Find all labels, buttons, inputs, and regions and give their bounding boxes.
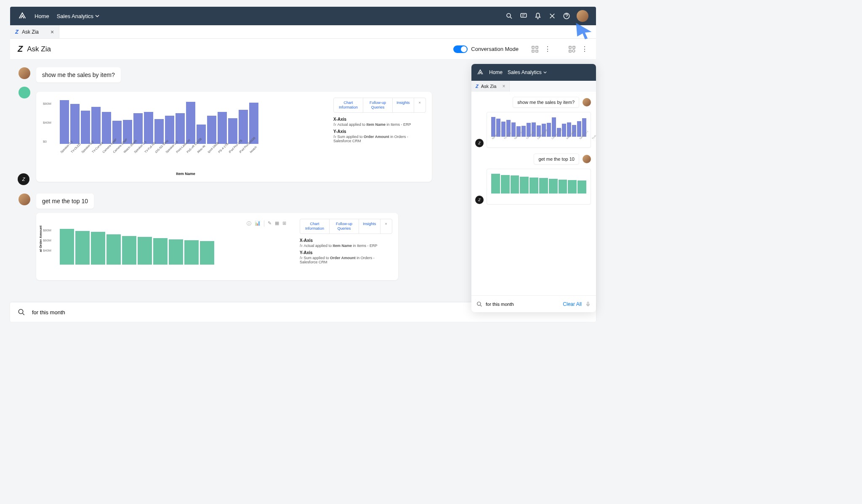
nav-sales-analytics[interactable]: Sales Analytics xyxy=(57,13,99,19)
chart-card-2: ⓘ 📊 ✎ ▦ ⊞ al Order Amount $80M $60M $40M… xyxy=(36,213,398,280)
bar xyxy=(176,113,185,144)
chart-1: $80M $40M $0 Speaker-7.2TV-OLEDSpeaker-5… xyxy=(36,98,328,176)
bar xyxy=(186,102,195,144)
x-axis-label: X-Axis xyxy=(333,117,426,122)
svg-point-10 xyxy=(572,50,575,52)
zia-badge-icon: Z xyxy=(18,173,29,185)
zia-avatar xyxy=(19,87,30,98)
mini-nav-home[interactable]: Home xyxy=(489,69,503,75)
conversation-mode-label: Conversation Mode xyxy=(471,46,519,52)
nav-sales-label: Sales Analytics xyxy=(57,13,93,19)
mini-tab-ask-zia[interactable]: Z Ask Zia × xyxy=(471,81,510,92)
conversation-mode-toggle[interactable] xyxy=(453,45,468,53)
app-logo-icon xyxy=(476,69,484,76)
info-icon[interactable]: ⓘ xyxy=(247,220,251,227)
top-nav: Home Sales Analytics xyxy=(10,7,596,25)
side-tab-chart-info[interactable]: Chart Information xyxy=(334,98,363,112)
zia-icon: Z xyxy=(15,29,19,35)
grid-icon[interactable] xyxy=(531,45,539,53)
mini-search-input[interactable] xyxy=(486,302,559,307)
mic-icon[interactable] xyxy=(585,301,591,307)
chevron-down-icon xyxy=(95,14,99,18)
edit-icon[interactable]: ✎ xyxy=(268,220,271,227)
side-panel-close-icon[interactable]: × xyxy=(414,98,426,112)
x-axis-desc: fx Actual applied to Item Name in Items … xyxy=(333,122,426,127)
search-icon xyxy=(476,301,482,307)
mini-chart-1: Z Speaker-7.2TV-OLEDSpeaker-5.2TV-Curved… xyxy=(487,112,591,148)
svg-rect-9 xyxy=(569,50,571,52)
bar xyxy=(200,241,214,265)
zia-badge-icon: Z xyxy=(475,139,484,147)
chat-icon[interactable] xyxy=(519,12,528,20)
user-avatar-small xyxy=(19,194,30,205)
grid-view-icon[interactable]: ⊞ xyxy=(282,220,286,227)
bell-icon[interactable] xyxy=(534,12,542,20)
side-tab-insights[interactable]: Insights xyxy=(359,219,380,233)
mini-body: show me the sales by item? Z Speaker-7.2… xyxy=(471,92,596,295)
more-icon[interactable]: ⋮ xyxy=(544,45,551,53)
ytick: $60M xyxy=(43,239,51,242)
side-tab-followup[interactable]: Follow-up Queries xyxy=(330,219,359,233)
x-axis-desc: fx Actual applied to Item Name in Items … xyxy=(300,244,392,248)
mini-chart-2: Z xyxy=(487,169,591,204)
bar xyxy=(106,234,121,265)
ytick: $40M xyxy=(43,121,51,125)
tab-bar: Z Ask Zia × xyxy=(10,25,596,39)
image-icon[interactable]: ▦ xyxy=(275,220,279,227)
chart-2: ⓘ 📊 ✎ ▦ ⊞ al Order Amount $80M $60M $40M xyxy=(36,219,295,274)
more-icon-2[interactable]: ⋮ xyxy=(581,45,588,53)
bar xyxy=(184,240,199,265)
mini-tab-close-icon[interactable]: × xyxy=(502,83,505,89)
chevron-down-icon xyxy=(543,71,547,74)
chart-toolbar: ⓘ 📊 ✎ ▦ ⊞ xyxy=(43,219,295,227)
svg-rect-13 xyxy=(587,302,589,305)
app-logo-icon xyxy=(18,11,27,21)
zia-icon: Z xyxy=(476,84,479,89)
bar xyxy=(102,112,111,144)
y-axis-desc: fx Sum applied to Order Amount in Orders… xyxy=(300,256,392,264)
tab-close-icon[interactable]: × xyxy=(51,29,54,35)
page-title-text: Ask Zia xyxy=(27,45,51,53)
side-tab-followup[interactable]: Follow-up Queries xyxy=(363,98,393,112)
message-bubble: get me the top 10 xyxy=(36,194,94,209)
user-avatar-small xyxy=(583,98,591,106)
ytick: $80M xyxy=(43,228,51,232)
bar xyxy=(218,112,227,144)
chart-side-panel: Chart Information Follow-up Queries Insi… xyxy=(300,219,392,274)
tab-ask-zia[interactable]: Z Ask Zia × xyxy=(10,25,59,38)
mini-tab-bar: Z Ask Zia × xyxy=(471,81,596,92)
svg-point-11 xyxy=(19,309,23,314)
nav-home[interactable]: Home xyxy=(35,13,49,19)
user-avatar[interactable] xyxy=(577,10,588,22)
svg-rect-5 xyxy=(532,50,534,52)
tools-icon[interactable] xyxy=(548,12,556,20)
bar xyxy=(154,119,164,144)
help-icon[interactable] xyxy=(562,12,571,20)
bar xyxy=(75,231,90,265)
search-icon xyxy=(18,308,25,316)
svg-rect-3 xyxy=(532,46,534,48)
mini-nav: Home Sales Analytics xyxy=(471,64,596,81)
side-tab-insights[interactable]: Insights xyxy=(393,98,414,112)
bar xyxy=(60,229,74,265)
zia-icon: Z xyxy=(18,44,23,54)
cursor-arrow-icon xyxy=(574,21,593,40)
grid-settings-icon[interactable] xyxy=(568,45,576,53)
side-tab-chart-info[interactable]: Chart Information xyxy=(300,219,330,233)
svg-rect-6 xyxy=(536,50,538,52)
svg-rect-4 xyxy=(536,46,538,48)
page-header: Z Ask Zia Conversation Mode ⋮ ⋮ xyxy=(10,39,596,60)
mini-tab-label: Ask Zia xyxy=(481,84,497,89)
mini-bubble: get me the top 10 xyxy=(534,154,579,164)
chart-type-icon[interactable]: 📊 xyxy=(255,220,261,227)
mini-user-message: get me the top 10 xyxy=(476,154,591,164)
bar xyxy=(144,112,153,144)
mini-nav-sales[interactable]: Sales Analytics xyxy=(508,69,547,75)
mini-panel: Home Sales Analytics Z Ask Zia × show me… xyxy=(471,64,596,312)
search-icon[interactable] xyxy=(505,12,513,20)
clear-all-button[interactable]: Clear All xyxy=(563,301,582,307)
svg-point-12 xyxy=(477,302,481,305)
bar xyxy=(91,107,101,144)
bar xyxy=(138,237,152,265)
side-panel-close-icon[interactable]: × xyxy=(380,219,392,233)
